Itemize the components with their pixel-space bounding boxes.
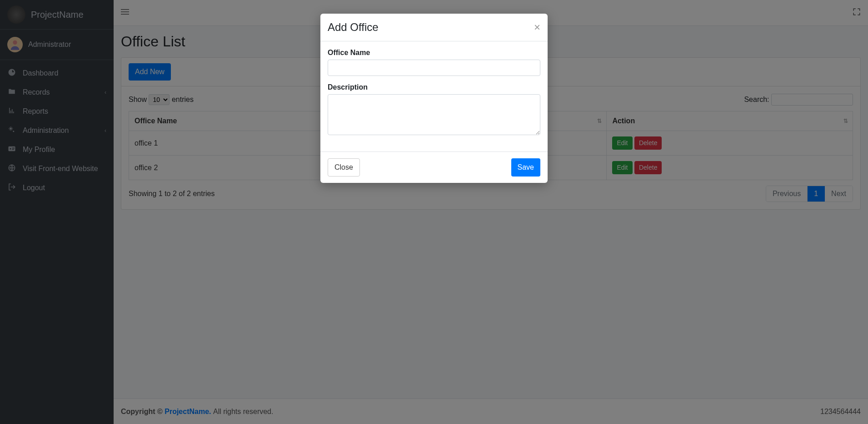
description-textarea[interactable]: [328, 94, 540, 135]
form-group-description: Description: [328, 83, 540, 137]
modal-footer: Close Save: [320, 151, 548, 183]
close-icon[interactable]: ×: [534, 22, 540, 33]
modal-header: Add Office ×: [320, 14, 548, 41]
close-button[interactable]: Close: [328, 158, 360, 177]
modal-body: Office Name Description: [320, 41, 548, 151]
description-label: Description: [328, 83, 540, 91]
modal-title: Add Office: [328, 21, 379, 34]
add-office-modal: Add Office × Office Name Description Clo…: [320, 14, 548, 183]
office-name-label: Office Name: [328, 49, 540, 57]
save-button[interactable]: Save: [511, 158, 540, 177]
form-group-office-name: Office Name: [328, 49, 540, 76]
office-name-input[interactable]: [328, 60, 540, 76]
